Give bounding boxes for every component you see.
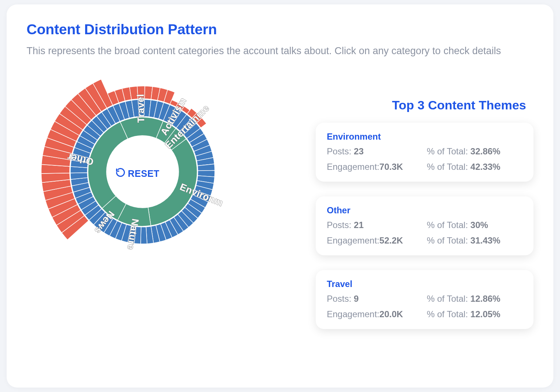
theme-metrics: Posts: 21% of Total: 30%Engagement:52.2K… — [327, 220, 522, 246]
theme-card[interactable]: OtherPosts: 21% of Total: 30%Engagement:… — [316, 196, 533, 255]
mid-cell[interactable] — [141, 227, 147, 244]
theme-name: Environment — [327, 132, 522, 142]
theme-engagement: Engagement:52.2K — [327, 235, 423, 246]
themes-column: Top 3 Content Themes EnvironmentPosts: 2… — [273, 61, 533, 344]
theme-name: Travel — [327, 279, 522, 289]
chart-column: EnvironmNatureNewsOtherTravelActivismEnt… — [27, 61, 273, 344]
theme-card[interactable]: TravelPosts: 9% of Total: 12.86%Engageme… — [316, 270, 533, 329]
wedge-label-travel: Travel — [135, 94, 146, 123]
theme-engagement-pct: % of Total: 12.05% — [427, 309, 523, 319]
theme-posts: Posts: 23 — [327, 146, 423, 157]
theme-posts-pct: % of Total: 30% — [427, 220, 523, 230]
page-title: Content Distribution Pattern — [27, 21, 533, 38]
theme-name: Other — [327, 205, 522, 216]
theme-engagement-pct: % of Total: 31.43% — [427, 235, 523, 246]
content-distribution-card: Content Distribution Pattern This repres… — [7, 4, 553, 388]
theme-engagement-pct: % of Total: 42.33% — [427, 162, 523, 172]
reset-label: RESET — [128, 168, 160, 179]
theme-posts-pct: % of Total: 32.86% — [427, 146, 523, 157]
reset-icon — [115, 167, 126, 180]
theme-metrics: Posts: 23% of Total: 32.86%Engagement:70… — [327, 146, 522, 172]
theme-engagement: Engagement:20.0K — [327, 309, 423, 319]
theme-posts: Posts: 21 — [327, 220, 423, 230]
theme-engagement: Engagement:70.3K — [327, 162, 423, 172]
theme-posts: Posts: 9 — [327, 294, 423, 304]
theme-card[interactable]: EnvironmentPosts: 23% of Total: 32.86%En… — [316, 123, 533, 182]
theme-posts-pct: % of Total: 12.86% — [427, 294, 523, 304]
themes-title: Top 3 Content Themes — [316, 98, 533, 112]
theme-metrics: Posts: 9% of Total: 12.86%Engagement:20.… — [327, 294, 522, 319]
body-row: EnvironmNatureNewsOtherTravelActivismEnt… — [27, 61, 533, 344]
themes-list: EnvironmentPosts: 23% of Total: 32.86%En… — [316, 123, 533, 329]
reset-button[interactable]: RESET — [115, 167, 160, 180]
page-subtitle: This represents the broad content catego… — [27, 44, 533, 57]
